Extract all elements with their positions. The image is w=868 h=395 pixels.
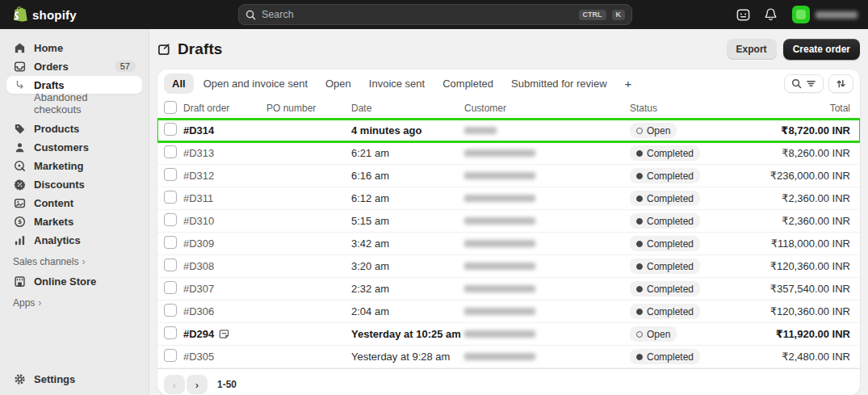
sort-button[interactable]: [828, 74, 853, 93]
shopify-logo[interactable]: shopify: [0, 6, 149, 24]
table-body: #D3144 minutes agoOpen₹8,720.00 INR#D313…: [157, 120, 860, 368]
table-row-d311[interactable]: #D3116:12 amCompleted₹2,360.00 INR: [157, 187, 860, 210]
export-button[interactable]: Export: [727, 39, 777, 60]
table-row-d294[interactable]: #D294Yesterday at 10:25 amOpen₹11,920.00…: [157, 323, 860, 346]
sidebar-item-content[interactable]: Content: [6, 194, 142, 212]
table-row-d307[interactable]: #D3072:32 amCompleted₹357,540.00 INR: [157, 278, 860, 300]
column-draft-order: Draft order: [183, 103, 266, 114]
products-tag-icon: [13, 122, 26, 135]
customer-name-redacted: [464, 127, 497, 134]
tab-completed[interactable]: Completed: [434, 74, 501, 94]
draft-order-id: #D294: [183, 328, 266, 340]
markets-icon: $: [13, 215, 26, 228]
draft-order-id: #D308: [183, 260, 266, 272]
apps-section[interactable]: Apps ›: [6, 291, 142, 313]
draft-order-id: #D312: [183, 170, 266, 182]
tab-open[interactable]: Open: [317, 74, 359, 94]
order-total: ₹2,360.00 INR: [713, 192, 850, 204]
home-icon: [13, 41, 26, 54]
customer-name-redacted: [464, 149, 535, 157]
global-search-input[interactable]: Search CTRL K: [238, 4, 632, 25]
chevron-right-icon: ›: [38, 297, 41, 309]
order-date: 6:12 am: [351, 192, 464, 204]
status-completed-icon: [636, 309, 643, 315]
create-order-button[interactable]: Create order: [783, 39, 860, 60]
customer-name-redacted: [464, 353, 535, 360]
row-checkbox[interactable]: [164, 258, 177, 271]
status-cell: Completed: [630, 145, 713, 161]
table-row-d314[interactable]: #D3144 minutes agoOpen₹8,720.00 INR: [157, 120, 860, 142]
status-badge: Completed: [630, 213, 700, 229]
row-checkbox[interactable]: [164, 236, 177, 249]
status-open-icon: [636, 128, 643, 134]
select-all-checkbox[interactable]: [164, 101, 177, 114]
discounts-icon: [13, 178, 26, 191]
status-cell: Open: [630, 326, 713, 342]
tab-open-and-invoice-sent[interactable]: Open and invoice sent: [195, 74, 316, 94]
tab-invoice-sent[interactable]: Invoice sent: [361, 74, 433, 94]
notifications-bell-icon[interactable]: [762, 6, 778, 23]
status-badge: Completed: [630, 168, 700, 183]
pagination: ‹ › 1-50: [157, 368, 860, 395]
status-badge: Completed: [630, 349, 700, 364]
sales-channels-section[interactable]: Sales channels ›: [6, 250, 142, 272]
status-badge: Completed: [630, 236, 700, 251]
status-cell: Completed: [630, 281, 713, 296]
sidebar-item-abandoned-checkouts[interactable]: Abandoned checkouts: [6, 95, 142, 112]
order-date: 2:32 am: [351, 283, 464, 295]
table-row-d305[interactable]: #D305Yesterday at 9:28 amCompleted₹2,480…: [157, 346, 860, 368]
draft-order-id: #D311: [183, 192, 266, 204]
page-range-label: 1-50: [217, 379, 237, 390]
sidebar-item-settings[interactable]: Settings: [6, 370, 142, 388]
table-row-d308[interactable]: #D3083:20 amCompleted₹120,360.00 INR: [157, 255, 860, 278]
sidebar-item-orders[interactable]: Orders 57: [6, 57, 142, 75]
status-badge: Completed: [630, 145, 700, 161]
row-checkbox[interactable]: [164, 123, 177, 136]
table-row-d313[interactable]: #D3136:21 amCompleted₹8,260.00 INR: [157, 142, 860, 165]
status-cell: Completed: [630, 304, 713, 319]
status-completed-icon: [636, 173, 643, 179]
sidebar-item-markets[interactable]: $ Markets: [6, 212, 142, 230]
row-checkbox[interactable]: [164, 349, 177, 362]
table-row-d306[interactable]: #D3062:04 amCompleted₹120,360.00 INR: [157, 300, 860, 323]
sort-arrows-icon: [836, 78, 846, 89]
sidebar-item-discounts[interactable]: Discounts: [6, 175, 142, 193]
table-row-d310[interactable]: #D3105:15 amCompleted₹2,360.00 INR: [157, 210, 860, 233]
sidebar-item-analytics[interactable]: Analytics: [6, 231, 142, 249]
row-checkbox[interactable]: [164, 191, 177, 204]
logo-wordmark: shopify: [32, 8, 77, 22]
search-icon: [791, 78, 802, 89]
column-status: Status: [630, 103, 713, 114]
table-row-d309[interactable]: #D3093:42 amCompleted₹118,000.00 INR: [157, 233, 860, 255]
add-view-button[interactable]: +: [617, 74, 640, 93]
tabs-row: AllOpen and invoice sentOpenInvoice sent…: [157, 69, 860, 98]
order-total: ₹11,920.00 INR: [713, 328, 850, 340]
table-row-d312[interactable]: #D3126:16 amCompleted₹236,000.00 INR: [157, 165, 860, 187]
status-cell: Completed: [630, 349, 713, 364]
sidebar-item-home[interactable]: Home: [6, 39, 142, 57]
account-menu[interactable]: [790, 3, 860, 26]
previous-page-button[interactable]: ‹: [164, 375, 185, 394]
row-checkbox[interactable]: [164, 145, 177, 158]
sidebar-item-online-store[interactable]: Online Store: [6, 272, 142, 290]
status-cell: Completed: [630, 191, 713, 206]
row-checkbox[interactable]: [164, 213, 177, 226]
sidebar-item-marketing[interactable]: Marketing: [6, 157, 142, 174]
row-checkbox[interactable]: [164, 168, 177, 181]
row-checkbox[interactable]: [164, 281, 177, 294]
status-completed-icon: [636, 354, 643, 360]
search-filter-button[interactable]: [784, 74, 824, 93]
order-date: 4 minutes ago: [351, 124, 464, 137]
status-badge: Open: [630, 326, 677, 342]
next-page-button[interactable]: ›: [187, 375, 208, 394]
tabs: AllOpen and invoice sentOpenInvoice sent…: [164, 74, 615, 94]
row-checkbox[interactable]: [164, 326, 177, 339]
tab-all[interactable]: All: [164, 74, 194, 94]
chat-icon[interactable]: [735, 6, 751, 23]
row-checkbox[interactable]: [164, 304, 177, 317]
sub-arrow-icon: [13, 78, 26, 91]
sidebar-item-customers[interactable]: Customers: [6, 138, 142, 156]
tab-submitted-for-review[interactable]: Submitted for review: [503, 74, 615, 94]
topbar: shopify Search CTRL K: [0, 0, 868, 29]
sidebar-item-products[interactable]: Products: [6, 120, 142, 137]
